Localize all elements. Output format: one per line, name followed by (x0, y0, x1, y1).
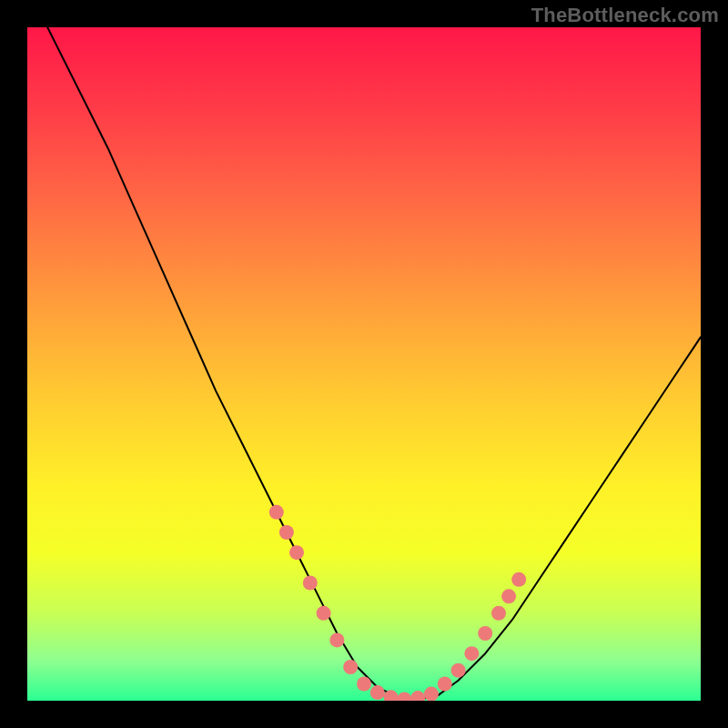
data-dot (491, 606, 506, 621)
data-dot (269, 505, 284, 520)
data-dot (464, 646, 479, 661)
data-dot (329, 632, 344, 647)
chart-frame: TheBottleneck.com (0, 0, 728, 728)
watermark-text: TheBottleneck.com (531, 4, 719, 27)
chart-background (27, 27, 701, 701)
data-dot (438, 677, 452, 692)
data-dot (317, 606, 331, 621)
data-dot (451, 663, 466, 678)
data-dot (501, 589, 516, 603)
data-dot (511, 572, 526, 587)
data-dot (370, 685, 385, 700)
data-dot (279, 525, 294, 540)
data-dot (303, 576, 318, 591)
data-dot (478, 626, 492, 641)
data-dot (289, 545, 304, 560)
data-dot (424, 687, 439, 701)
chart-svg (27, 27, 701, 701)
plot-area (27, 27, 701, 701)
data-dot (357, 677, 371, 692)
data-dot (343, 660, 358, 674)
